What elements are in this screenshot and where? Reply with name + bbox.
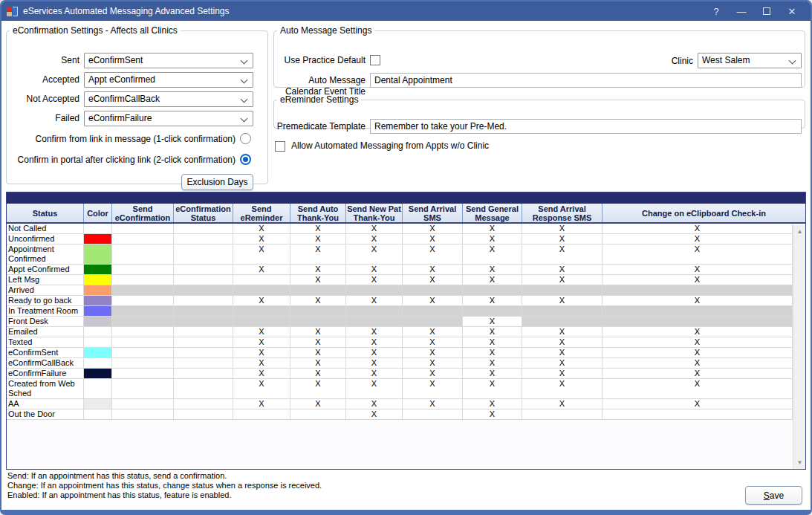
- mark-cell[interactable]: X: [522, 275, 602, 285]
- mark-cell[interactable]: X: [403, 369, 463, 379]
- mark-cell[interactable]: X: [602, 358, 793, 369]
- exclusion-days-button[interactable]: Exclusion Days: [181, 174, 253, 190]
- mark-cell[interactable]: [174, 275, 233, 285]
- mark-cell[interactable]: X: [522, 244, 602, 265]
- mark-cell[interactable]: X: [346, 265, 403, 275]
- mark-cell[interactable]: X: [290, 244, 346, 265]
- mark-cell[interactable]: X: [463, 275, 522, 285]
- mark-cell[interactable]: X: [233, 234, 290, 244]
- mark-cell[interactable]: X: [290, 337, 346, 348]
- mark-cell[interactable]: [112, 244, 174, 265]
- mark-cell[interactable]: X: [463, 317, 522, 327]
- mark-cell[interactable]: [112, 379, 174, 399]
- status-cell[interactable]: eConfirmSent: [7, 348, 84, 358]
- mark-cell[interactable]: [403, 285, 463, 296]
- mark-cell[interactable]: X: [602, 327, 793, 337]
- mark-cell[interactable]: [463, 306, 522, 317]
- mark-cell[interactable]: X: [233, 379, 290, 399]
- mark-cell[interactable]: X: [290, 265, 346, 275]
- mark-cell[interactable]: X: [522, 337, 602, 348]
- mark-cell[interactable]: [233, 317, 290, 327]
- mark-cell[interactable]: X: [463, 224, 522, 234]
- mark-cell[interactable]: X: [233, 399, 290, 409]
- status-cell[interactable]: Emailed: [7, 327, 84, 337]
- mark-cell[interactable]: X: [346, 296, 403, 306]
- mark-cell[interactable]: X: [233, 337, 290, 348]
- mark-cell[interactable]: [174, 348, 233, 358]
- close-button[interactable]: ✕: [779, 1, 805, 21]
- mark-cell[interactable]: [403, 306, 463, 317]
- status-cell[interactable]: Texted: [7, 337, 84, 348]
- mark-cell[interactable]: [233, 275, 290, 285]
- mark-cell[interactable]: X: [346, 275, 403, 285]
- mark-cell[interactable]: X: [346, 244, 403, 265]
- mark-cell[interactable]: [174, 379, 233, 399]
- color-cell[interactable]: [84, 379, 112, 399]
- mark-cell[interactable]: [290, 285, 346, 296]
- mark-cell[interactable]: [112, 369, 174, 379]
- color-cell[interactable]: [84, 348, 112, 358]
- status-cell[interactable]: Arrived: [7, 285, 84, 296]
- mark-cell[interactable]: [112, 327, 174, 337]
- color-cell[interactable]: [84, 275, 112, 285]
- status-cell[interactable]: Not Called: [7, 224, 84, 234]
- mark-cell[interactable]: X: [602, 369, 793, 379]
- mark-cell[interactable]: X: [602, 337, 793, 348]
- mark-cell[interactable]: X: [233, 327, 290, 337]
- mark-cell[interactable]: X: [403, 296, 463, 306]
- mark-cell[interactable]: [522, 317, 602, 327]
- mark-cell[interactable]: [174, 369, 233, 379]
- color-cell[interactable]: [84, 337, 112, 348]
- event-title-input[interactable]: Dental Appointment: [370, 73, 802, 88]
- mark-cell[interactable]: X: [233, 265, 290, 275]
- mark-cell[interactable]: X: [346, 369, 403, 379]
- mark-cell[interactable]: [112, 275, 174, 285]
- mark-cell[interactable]: X: [403, 348, 463, 358]
- mark-cell[interactable]: [346, 306, 403, 317]
- mark-cell[interactable]: [290, 317, 346, 327]
- mark-cell[interactable]: [463, 285, 522, 296]
- status-cell[interactable]: eConfirmFailure: [7, 369, 84, 379]
- mark-cell[interactable]: [346, 317, 403, 327]
- mark-cell[interactable]: [174, 224, 233, 234]
- mark-cell[interactable]: [290, 306, 346, 317]
- mark-cell[interactable]: [174, 285, 233, 296]
- mark-cell[interactable]: X: [290, 234, 346, 244]
- mark-cell[interactable]: X: [602, 234, 793, 244]
- scrollbar[interactable]: ▲ ▼: [793, 225, 805, 469]
- mark-cell[interactable]: X: [346, 337, 403, 348]
- mark-cell[interactable]: X: [522, 224, 602, 234]
- mark-cell[interactable]: [112, 265, 174, 275]
- mark-cell[interactable]: X: [602, 224, 793, 234]
- mark-cell[interactable]: [112, 296, 174, 306]
- mark-cell[interactable]: [233, 306, 290, 317]
- color-cell[interactable]: [84, 296, 112, 306]
- mark-cell[interactable]: X: [403, 234, 463, 244]
- mark-cell[interactable]: [403, 317, 463, 327]
- mark-cell[interactable]: X: [602, 379, 793, 399]
- help-button[interactable]: ?: [704, 1, 729, 21]
- allow-messaging-checkbox[interactable]: [275, 141, 285, 152]
- status-cell[interactable]: Front Desk: [7, 317, 84, 327]
- mark-cell[interactable]: [233, 285, 290, 296]
- color-cell[interactable]: [84, 409, 112, 420]
- mark-cell[interactable]: X: [403, 327, 463, 337]
- sent-dropdown[interactable]: eConfirmSent: [84, 53, 253, 68]
- accepted-dropdown[interactable]: Appt eConfirmed: [84, 72, 253, 88]
- status-cell[interactable]: Out the Door: [7, 409, 84, 420]
- mark-cell[interactable]: X: [522, 234, 602, 244]
- mark-cell[interactable]: X: [290, 399, 346, 409]
- not-accepted-dropdown[interactable]: eConfirmCallBack: [84, 91, 253, 107]
- mark-cell[interactable]: [602, 306, 793, 317]
- status-cell[interactable]: Ready to go back: [7, 296, 84, 306]
- scroll-down-icon[interactable]: ▼: [793, 456, 806, 469]
- mark-cell[interactable]: X: [233, 224, 290, 234]
- mark-cell[interactable]: [112, 234, 174, 244]
- mark-cell[interactable]: [174, 409, 233, 420]
- mark-cell[interactable]: X: [463, 379, 522, 399]
- status-cell[interactable]: In Treatment Room: [7, 306, 84, 317]
- mark-cell[interactable]: [403, 409, 463, 420]
- mark-cell[interactable]: [174, 317, 233, 327]
- mark-cell[interactable]: [174, 399, 233, 409]
- mark-cell[interactable]: X: [522, 358, 602, 369]
